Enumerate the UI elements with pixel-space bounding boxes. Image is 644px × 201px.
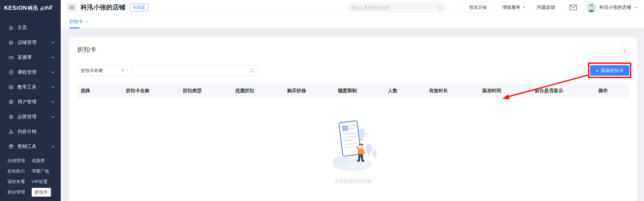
global-search xyxy=(346,2,447,12)
search-icon[interactable] xyxy=(437,5,443,10)
home-icon xyxy=(8,25,14,30)
sidebar-item-course-management[interactable]: 课程管理 xyxy=(0,65,61,80)
submenu-item-distribution-management[interactable]: 分销管理 xyxy=(7,155,32,166)
sidebar-item-label: 主页 xyxy=(18,25,55,31)
sidebar-item-live-course[interactable]: 直播课 xyxy=(0,50,61,65)
tab-active-underline xyxy=(69,27,80,28)
filter-field-select[interactable]: 折扣卡名称 ▼ xyxy=(77,65,128,76)
sidebar-nav: 主页 店铺管理 直播课 xyxy=(0,16,61,197)
store-title: 科汛小张的店铺 xyxy=(81,3,125,12)
topbar-right: 预览店铺 增值服务 问题反馈 科汛小张的店铺 xyxy=(346,2,638,12)
sidebar: KESiON 科汛 云开店 主页 店铺管理 xyxy=(0,0,61,201)
gift-icon xyxy=(8,144,14,149)
preview-store-button[interactable]: 预览店铺 xyxy=(463,2,494,12)
logo-script-text: 云开店 xyxy=(39,5,52,12)
chevron-down-icon xyxy=(51,116,55,118)
add-discount-card-label: 添加折扣卡 xyxy=(601,68,624,74)
main-area: 科汛小张的店铺 钻石版 预览店铺 增值服务 问题反馈 xyxy=(61,0,644,201)
column-header: 有效时长 xyxy=(414,88,463,94)
empty-state: 没有发现任何内容 xyxy=(77,116,629,184)
content-area: 折扣卡 ? 折扣卡名称 ▼ + xyxy=(61,28,644,201)
sidebar-item-operations-management[interactable]: 运营管理 xyxy=(0,109,61,124)
sidebar-item-label: 用户管理 xyxy=(18,99,51,105)
live-camera-icon xyxy=(8,55,14,60)
chevron-up-icon xyxy=(51,146,55,148)
sidebar-item-store-management[interactable]: 店铺管理 xyxy=(0,35,61,50)
sidebar-item-label: 内容分销 xyxy=(18,129,55,135)
course-icon xyxy=(8,70,14,75)
empty-state-message: 没有发现任何内容 xyxy=(334,178,372,184)
topbar: 科汛小张的店铺 钻石版 预览店铺 增值服务 问题反馈 xyxy=(61,0,644,15)
table-header-row: 选择 折扣卡名称 折扣类型 优惠折扣 购买价格 额度限制 人数 有效时长 添加时… xyxy=(77,83,629,98)
store-icon xyxy=(8,40,14,45)
chevron-down-icon xyxy=(51,101,55,103)
tab-close-icon[interactable]: × xyxy=(86,20,89,24)
sidebar-item-content-distribution[interactable]: 内容分销 xyxy=(0,124,61,139)
tab-discount-card[interactable]: 折扣卡 × xyxy=(68,15,89,28)
add-discount-card-button[interactable]: + 添加折扣卡 xyxy=(590,65,629,76)
operations-icon xyxy=(8,114,14,120)
submenu-item-points-management[interactable]: 积分管理 xyxy=(7,187,32,197)
mail-icon[interactable] xyxy=(569,4,577,10)
user-icon xyxy=(8,99,14,105)
sidebar-item-label: 运营管理 xyxy=(18,114,51,120)
teaching-tools-icon xyxy=(8,84,14,90)
value-added-services-label: 增值服务 xyxy=(502,4,521,10)
help-button[interactable]: ? xyxy=(619,46,630,56)
marketing-tools-submenu: 分销管理 优惠券 好友助力 弹窗广告 请好友看 VIP设置 积分管理 折扣卡 xyxy=(0,154,61,197)
chevron-down-icon xyxy=(51,56,55,58)
sidebar-item-home[interactable]: 主页 xyxy=(0,20,61,35)
value-added-services-menu[interactable]: 增值服务 xyxy=(502,4,526,10)
column-header: 前台是否显示 xyxy=(520,88,577,94)
submenu-item-label: 弹窗广告 xyxy=(32,167,52,176)
account-name: 科汛小张的店铺 xyxy=(599,4,632,10)
filter-search-input[interactable] xyxy=(135,68,250,73)
column-header: 操作 xyxy=(577,88,629,94)
submenu-item-vip-settings[interactable]: VIP设置 xyxy=(32,176,61,187)
brand-logo: KESiON 科汛 云开店 xyxy=(0,0,61,16)
chevron-down-icon xyxy=(523,6,526,8)
submenu-item-label: 积分管理 xyxy=(7,188,28,197)
filter-row: 折扣卡名称 ▼ + 添加折扣卡 xyxy=(77,65,629,76)
column-header: 优惠折扣 xyxy=(219,88,270,94)
submenu-item-label: 请好友看 xyxy=(7,177,28,186)
sidebar-item-teaching-tools[interactable]: 教学工具 xyxy=(0,80,61,95)
app-window: KESiON 科汛 云开店 主页 店铺管理 xyxy=(0,0,644,201)
tab-label: 折扣卡 xyxy=(69,19,83,25)
chevron-down-icon xyxy=(51,86,55,88)
column-header: 人数 xyxy=(371,88,414,94)
column-header: 选择 xyxy=(77,88,110,94)
submenu-item-label: VIP设置 xyxy=(32,177,51,186)
search-icon[interactable] xyxy=(250,68,255,73)
column-header: 添加时间 xyxy=(463,88,520,94)
feedback-label: 问题反馈 xyxy=(537,4,555,10)
submenu-item-label: 分销管理 xyxy=(7,156,28,165)
feedback-menu[interactable]: 问题反馈 xyxy=(537,4,555,10)
account-menu[interactable]: 科汛小张的店铺 xyxy=(586,2,638,12)
discount-card-panel: 折扣卡 ? 折扣卡名称 ▼ + xyxy=(69,37,637,201)
sidebar-item-label: 店铺管理 xyxy=(18,40,51,46)
sidebar-collapse-button[interactable] xyxy=(67,3,76,12)
submenu-item-popup-ads[interactable]: 弹窗广告 xyxy=(32,166,61,176)
filter-search-box xyxy=(131,65,259,76)
avatar xyxy=(586,2,596,12)
column-header: 额度限制 xyxy=(323,88,371,94)
distribution-icon xyxy=(8,129,14,134)
page-title: 折扣卡 xyxy=(77,37,629,54)
sidebar-item-label: 课程管理 xyxy=(18,69,51,75)
plus-icon: + xyxy=(596,68,599,73)
sidebar-item-label: 教学工具 xyxy=(18,84,51,90)
submenu-item-friend-boost[interactable]: 好友助力 xyxy=(7,166,32,176)
submenu-item-discount-card[interactable]: 折扣卡 xyxy=(32,187,61,197)
chevron-down-icon xyxy=(51,42,55,44)
empty-state-illustration xyxy=(328,116,379,173)
sidebar-item-label: 直播课 xyxy=(18,54,51,60)
submenu-item-coupons[interactable]: 优惠券 xyxy=(32,155,61,166)
column-header: 折扣类型 xyxy=(165,88,219,94)
sidebar-item-marketing-tools[interactable]: 营销工具 xyxy=(0,139,61,154)
logo-cn-text: 科汛 xyxy=(28,5,38,11)
chevron-down-icon xyxy=(51,71,55,73)
submenu-item-invite-friends[interactable]: 请好友看 xyxy=(7,176,32,187)
sidebar-item-user-management[interactable]: 用户管理 xyxy=(0,95,61,109)
global-search-input[interactable] xyxy=(351,5,437,10)
